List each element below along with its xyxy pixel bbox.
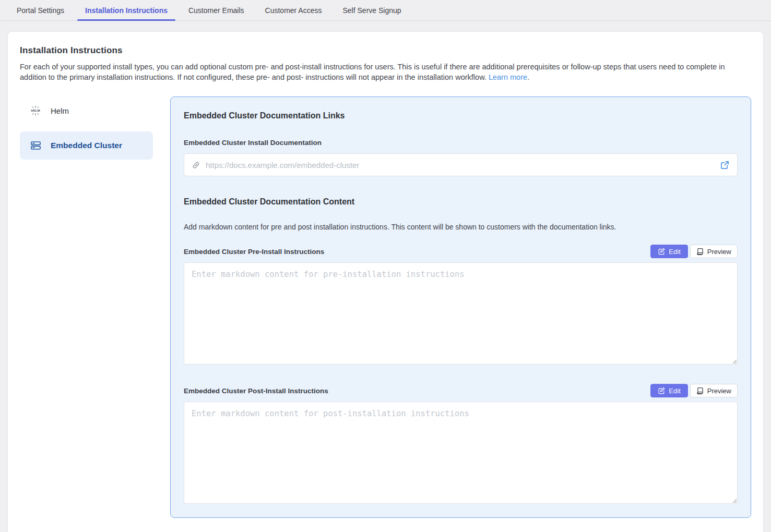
pre-install-textarea[interactable] [184, 262, 738, 365]
install-doc-label: Embedded Cluster Install Documentation [184, 139, 738, 147]
post-install-mode-toggle: Edit Preview [650, 384, 738, 397]
server-stack-icon [30, 140, 41, 151]
sidebar-item-label: Helm [51, 106, 69, 115]
book-icon [696, 248, 704, 256]
page-title: Installation Instructions [20, 45, 751, 56]
tab-installation-instructions[interactable]: Installation Instructions [77, 0, 175, 20]
pre-install-preview-button[interactable]: Preview [690, 245, 738, 258]
edit-icon [658, 387, 665, 394]
svg-text:HELM: HELM [31, 108, 40, 112]
sidebar-item-helm[interactable]: HELM Helm [20, 96, 153, 125]
content-row: HELM Helm Embedded Cluster Embedded Clus… [20, 96, 751, 529]
edit-button-label: Edit [669, 248, 680, 256]
edit-button-label: Edit [669, 387, 680, 395]
tab-bar: Portal Settings Installation Instruction… [0, 0, 771, 21]
pre-install-label-row: Embedded Cluster Pre-Install Instruction… [184, 245, 738, 258]
page-description: For each of your supported install types… [20, 62, 751, 82]
content-section-description: Add markdown content for pre and post in… [184, 223, 738, 231]
tab-customer-emails[interactable]: Customer Emails [181, 0, 252, 20]
post-install-textarea[interactable] [184, 402, 738, 504]
tab-self-serve-signup[interactable]: Self Serve Signup [335, 0, 409, 20]
tab-customer-access[interactable]: Customer Access [257, 0, 330, 20]
post-install-preview-button[interactable]: Preview [690, 384, 738, 397]
embedded-cluster-panel: Embedded Cluster Documentation Links Emb… [170, 96, 751, 518]
open-external-link-icon[interactable] [719, 160, 730, 171]
helm-logo-icon: HELM [30, 105, 41, 116]
install-doc-url-input[interactable] [206, 161, 714, 170]
install-doc-url-field [184, 153, 738, 176]
link-icon [192, 161, 200, 170]
pre-install-edit-button[interactable]: Edit [650, 245, 687, 258]
sidebar-item-embedded-cluster[interactable]: Embedded Cluster [20, 131, 153, 160]
links-section-title: Embedded Cluster Documentation Links [184, 111, 738, 120]
edit-icon [658, 248, 665, 255]
install-type-sidebar: HELM Helm Embedded Cluster [20, 96, 153, 160]
content-card: Installation Instructions For each of yo… [7, 31, 764, 532]
post-install-label: Embedded Cluster Post-Install Instructio… [184, 387, 328, 395]
pre-install-label: Embedded Cluster Pre-Install Instruction… [184, 248, 324, 256]
content-section-title: Embedded Cluster Documentation Content [184, 197, 738, 207]
page-description-text: For each of your supported install types… [20, 63, 725, 81]
book-icon [696, 387, 704, 395]
learn-more-link[interactable]: Learn more [489, 73, 527, 81]
tab-portal-settings[interactable]: Portal Settings [9, 0, 72, 20]
preview-button-label: Preview [707, 387, 731, 395]
period-text: . [527, 73, 529, 81]
preview-button-label: Preview [707, 248, 731, 256]
post-install-edit-button[interactable]: Edit [650, 384, 687, 397]
post-install-label-row: Embedded Cluster Post-Install Instructio… [184, 384, 738, 397]
pre-install-mode-toggle: Edit Preview [650, 245, 738, 258]
sidebar-item-label: Embedded Cluster [51, 141, 122, 150]
